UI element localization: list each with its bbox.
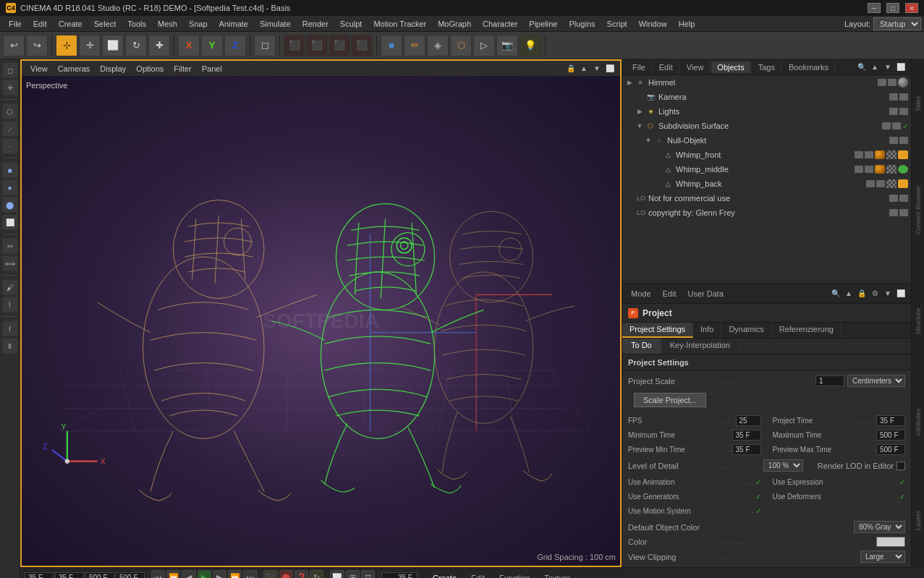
ltool-polygon[interactable]: ⬡: [2, 103, 18, 119]
tl-field-max[interactable]: [85, 572, 114, 578]
expand-icon-subdiv[interactable]: ▼: [635, 122, 644, 130]
ltool-char2[interactable]: Ⅱ: [2, 338, 18, 354]
scene-up-icon[interactable]: ▲: [869, 61, 881, 73]
props-tab-settings[interactable]: Project Settings: [622, 323, 693, 338]
vp-menu-display[interactable]: Display: [96, 63, 130, 75]
mat-tab-function[interactable]: Function: [493, 572, 535, 579]
props-tab-info[interactable]: Info: [693, 323, 721, 338]
expand-icon-cp[interactable]: [625, 208, 634, 217]
ltool-edge[interactable]: ⟋: [2, 121, 18, 137]
props-tab-referenz[interactable]: Referenzierung: [772, 323, 842, 338]
axis-y[interactable]: Y: [201, 35, 223, 56]
ltool-sphere[interactable]: ●: [2, 179, 18, 195]
tl-timeline-btn[interactable]: ⬜: [330, 570, 344, 579]
menu-simulate[interactable]: Simulate: [254, 16, 297, 31]
tl-record-btn[interactable]: ⬤: [279, 570, 293, 579]
tl-grid-btn[interactable]: ⊞: [346, 570, 360, 579]
menu-mesh[interactable]: Mesh: [152, 16, 183, 31]
right-label-attributes[interactable]: Attributes: [915, 403, 922, 442]
mat-tab-create[interactable]: Create: [427, 572, 462, 579]
tl-motion-btn[interactable]: ❓: [294, 570, 308, 579]
scene-down-icon[interactable]: ▼: [882, 61, 894, 73]
record-btn[interactable]: ⬛: [284, 35, 305, 56]
close-button[interactable]: ✕: [905, 3, 918, 13]
prop-select-unit[interactable]: Centimeters Meters: [847, 375, 905, 387]
vp-menu-options[interactable]: Options: [132, 63, 168, 75]
redo-button[interactable]: ↪: [26, 35, 48, 56]
ltool-select[interactable]: ◻: [2, 62, 18, 78]
menu-select[interactable]: Select: [88, 16, 122, 31]
extrude-icon[interactable]: ▷: [473, 35, 495, 56]
axis-x[interactable]: X: [178, 35, 200, 56]
expand-icon-nc[interactable]: [625, 194, 634, 203]
props-subtab-todo[interactable]: To Do: [622, 339, 661, 354]
menu-mograph[interactable]: MoGraph: [432, 16, 477, 31]
obj-row-copyright[interactable]: LO copyright by: Glenn Frey: [622, 205, 911, 220]
right-label-content[interactable]: Content Browser: [915, 180, 922, 240]
axis-z[interactable]: Z: [224, 35, 246, 56]
vp-expand-icon[interactable]: ⬜: [604, 63, 616, 75]
expand-icon[interactable]: ▶: [625, 78, 634, 87]
menu-sculpt[interactable]: Sculpt: [334, 16, 368, 31]
props-subtab-keyinterp[interactable]: Key-Interpolation: [661, 339, 739, 354]
props-expand-icon[interactable]: ⬜: [895, 288, 907, 299]
menu-snap[interactable]: Snap: [183, 16, 213, 31]
layout-dropdown[interactable]: Startup: [873, 17, 921, 30]
vp-menu-panel[interactable]: Panel: [198, 63, 226, 75]
props-edit[interactable]: Edit: [658, 288, 681, 299]
tl-play-btn[interactable]: ▶: [198, 570, 211, 579]
obj-row-himmel[interactable]: ▶ ≡ Himmel: [622, 75, 911, 90]
scene-tab-objects[interactable]: Objects: [711, 61, 750, 73]
menu-plugins[interactable]: Plugins: [563, 16, 601, 31]
obj-row-null[interactable]: ▼ ○ Null-Objekt: [622, 133, 911, 148]
add-tool[interactable]: ✚: [148, 35, 170, 56]
move-tool[interactable]: ✛: [79, 35, 101, 56]
obj-row-whimp-front[interactable]: △ Whimp_front: [622, 148, 911, 162]
ltool-cube[interactable]: ■: [2, 162, 18, 178]
tl-last-btn[interactable]: ⏭: [243, 570, 257, 579]
minimize-button[interactable]: ─: [868, 3, 881, 13]
menu-edit[interactable]: Edit: [27, 16, 53, 31]
vp-lock-icon[interactable]: 🔒: [565, 63, 577, 75]
expand-icon-wf[interactable]: [653, 150, 661, 159]
menu-file[interactable]: File: [3, 16, 27, 31]
vp-menu-cameras[interactable]: Cameras: [54, 63, 95, 75]
draw-icon[interactable]: ✏: [404, 35, 425, 56]
scene-expand-icon[interactable]: ⬜: [895, 61, 907, 73]
obj-row-whimp-middle[interactable]: △ Whimp_middle: [622, 162, 911, 177]
right-label-structure[interactable]: Structure: [915, 302, 922, 341]
expand-icon-wb[interactable]: [653, 179, 661, 188]
ltool-char1[interactable]: Ⅰ: [2, 320, 18, 336]
scene-tab-tags[interactable]: Tags: [753, 61, 781, 73]
scene-tab-view[interactable]: View: [681, 61, 711, 73]
camera-icon-btn[interactable]: 📷: [496, 35, 518, 56]
menu-character[interactable]: Character: [477, 16, 523, 31]
menu-create[interactable]: Create: [53, 16, 88, 31]
stop-btn[interactable]: ⬛: [329, 35, 350, 56]
prop-color-box[interactable]: [876, 537, 905, 547]
ltool-cylinder[interactable]: ⬤: [2, 197, 18, 213]
tl-field-min[interactable]: [55, 572, 84, 578]
scale-project-button[interactable]: Scale Project...: [634, 393, 706, 407]
ltool-point[interactable]: ·: [2, 138, 18, 154]
ltool-bridge[interactable]: ⟺: [2, 255, 18, 271]
mat-tab-edit[interactable]: Edit: [465, 572, 491, 579]
props-userdata[interactable]: User Data: [684, 288, 729, 299]
rotate-tool[interactable]: ↻: [125, 35, 147, 56]
render-icon[interactable]: 💡: [520, 35, 541, 56]
next-btn[interactable]: ⬛: [351, 35, 373, 56]
ltool-knife[interactable]: ✂: [2, 238, 18, 254]
tl-dope-btn[interactable]: ⊡: [361, 570, 375, 579]
scene-tab-file[interactable]: File: [627, 61, 652, 73]
obj-row-kamera[interactable]: 📷 Kamera: [622, 90, 911, 104]
maxtime-input[interactable]: [876, 430, 905, 441]
expand-icon-null[interactable]: ▼: [644, 136, 653, 145]
expand-icon-wm[interactable]: [653, 165, 661, 174]
mat-tab-texture[interactable]: Texture: [538, 572, 576, 579]
tl-first-btn[interactable]: ⏮: [151, 570, 165, 579]
maximize-button[interactable]: □: [886, 3, 899, 13]
props-down-icon[interactable]: ▼: [882, 288, 894, 299]
menu-script[interactable]: Script: [601, 16, 633, 31]
tl-next-frame[interactable]: ▶: [213, 570, 226, 579]
menu-motion-tracker[interactable]: Motion Tracker: [368, 16, 432, 31]
